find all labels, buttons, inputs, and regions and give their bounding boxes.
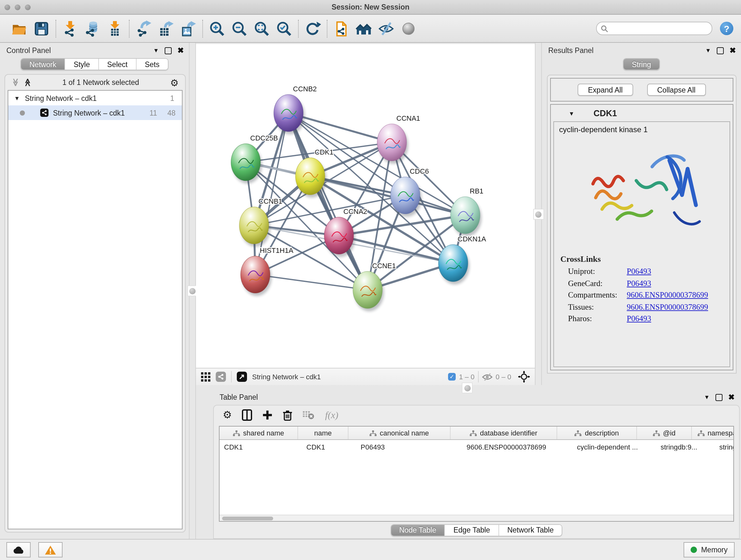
table-cell[interactable]: 9606.ENSP00000378699 (462, 443, 572, 451)
network-node-HIST1H1A[interactable]: HIST1H1A (241, 246, 293, 296)
fit-selected-crosshair-icon[interactable] (518, 371, 530, 382)
close-panel-icon[interactable]: ✖ (728, 393, 735, 401)
tab-string[interactable]: String (623, 59, 659, 70)
appearance-sphere-icon[interactable] (400, 20, 417, 37)
memory-button[interactable]: Memory (684, 542, 735, 557)
float-panel-icon[interactable] (717, 47, 724, 54)
crosslink-link[interactable]: P06493 (627, 267, 651, 276)
horizontal-splitter-handle[interactable] (462, 382, 473, 393)
cloud-status-button[interactable] (6, 542, 30, 557)
crosslink-link[interactable]: 9606.ENSP00000378699 (627, 291, 708, 300)
panel-menu-icon[interactable]: ▼ (705, 47, 711, 54)
network-node-CCNB2[interactable]: CCNB2 (274, 85, 317, 134)
network-row[interactable]: String Network – cdk1 11 48 (8, 105, 182, 120)
horizontal-splitter[interactable] (196, 385, 741, 389)
detach-view-icon[interactable] (237, 372, 247, 382)
network-type-icon[interactable] (216, 372, 226, 382)
right-splitter[interactable] (535, 43, 542, 385)
close-panel-icon[interactable]: ✖ (730, 47, 736, 54)
export-table-icon[interactable] (158, 20, 174, 37)
string-home-icon[interactable] (355, 20, 372, 37)
zoom-selected-icon[interactable] (276, 20, 292, 37)
tab-edge-table[interactable]: Edge Table (445, 524, 499, 536)
crosslink-link[interactable]: P06493 (627, 314, 651, 324)
table-cell[interactable]: P06493 (356, 443, 462, 451)
network-options-gear-icon[interactable]: ⚙ (170, 78, 179, 87)
expand-all-networks-icon[interactable]: ≪ (23, 78, 31, 86)
panel-menu-icon[interactable]: ▼ (704, 394, 710, 400)
crosslink-label: Pharos: (568, 314, 627, 324)
scrollbar-thumb[interactable] (222, 516, 273, 520)
export-network-icon[interactable] (135, 20, 152, 37)
import-database-icon[interactable] (84, 20, 101, 37)
float-panel-icon[interactable] (165, 47, 172, 54)
status-bar: Memory (0, 539, 741, 560)
zoom-fit-icon[interactable] (253, 20, 270, 37)
column-header[interactable]: database identifier (451, 427, 557, 439)
network-node-CDK1[interactable]: CDK1 (295, 148, 333, 198)
search-field[interactable] (596, 22, 712, 35)
left-splitter[interactable] (189, 43, 196, 539)
tab-select[interactable]: Select (99, 59, 137, 70)
close-panel-icon[interactable]: ✖ (178, 47, 184, 54)
column-header[interactable]: namespace (692, 427, 734, 439)
tab-network-table[interactable]: Network Table (499, 524, 562, 536)
expand-all-button[interactable]: Expand All (578, 84, 633, 96)
column-header[interactable]: name (298, 427, 348, 439)
selected-checkbox-icon[interactable]: ✓ (448, 373, 456, 381)
table-cell[interactable]: stringdb (715, 443, 734, 451)
hide-panel-eye-icon[interactable] (378, 20, 394, 37)
refresh-icon[interactable] (305, 20, 321, 37)
network-node-CDKN1A[interactable]: CDKN1A (439, 235, 486, 285)
export-image-icon[interactable] (180, 20, 197, 37)
network-node-CCNE1[interactable]: CCNE1 (353, 262, 396, 311)
right-splitter-handle[interactable] (533, 209, 544, 220)
network-from-file-icon[interactable] (333, 20, 350, 37)
table-cell[interactable]: stringdb:9... (656, 443, 715, 451)
float-panel-icon[interactable] (716, 394, 723, 401)
network-node-RB1[interactable]: RB1 (451, 187, 483, 237)
table-row[interactable]: CDK1CDK1P064939606.ENSP00000378699cyclin… (219, 440, 733, 454)
panel-menu-icon[interactable]: ▼ (153, 47, 159, 54)
node-label: RB1 (470, 187, 483, 195)
add-column-icon[interactable] (263, 410, 273, 420)
collection-expander-icon[interactable]: ▼ (8, 95, 20, 101)
network-canvas[interactable]: CCNB2CCNA1CDC25BCDK1CDC6RB1CCNB1CCNA2CDK… (196, 44, 535, 368)
warning-status-button[interactable] (38, 542, 63, 557)
delete-table-icon[interactable] (303, 411, 315, 420)
table-cell[interactable]: cyclin-dependent ... (572, 443, 656, 451)
column-header[interactable]: @id (637, 427, 692, 439)
birds-eye-grid-icon[interactable] (201, 372, 211, 381)
tab-style[interactable]: Style (65, 59, 99, 70)
crosslink-link[interactable]: P06493 (627, 279, 651, 288)
network-node-count: 11 (150, 109, 157, 117)
search-input[interactable] (611, 24, 708, 33)
delete-column-icon[interactable] (283, 410, 293, 421)
import-table-icon[interactable] (107, 20, 123, 37)
column-header[interactable]: description (557, 427, 637, 439)
network-collection-row[interactable]: ▼ String Network – cdk1 1 (8, 91, 182, 105)
node-label: CCNA2 (343, 207, 367, 215)
collapse-all-button[interactable]: Collapse All (647, 84, 705, 96)
table-options-gear-icon[interactable]: ⚙ (223, 410, 232, 420)
show-columns-icon[interactable] (242, 409, 253, 421)
crosslink-link[interactable]: 9606.ENSP00000378699 (627, 302, 708, 312)
network-node-CCNA1[interactable]: CCNA1 (377, 114, 420, 164)
column-header[interactable]: shared name (219, 427, 298, 439)
help-icon[interactable]: ? (720, 22, 733, 35)
function-builder-icon[interactable]: f(x) (325, 410, 339, 421)
zoom-in-icon[interactable] (209, 20, 225, 37)
tab-node-table[interactable]: Node Table (391, 524, 445, 536)
control-panel-tabs: Network Style Select Sets (20, 58, 169, 70)
tab-network[interactable]: Network (21, 59, 65, 70)
column-header[interactable]: canonical name (348, 427, 451, 439)
import-network-icon[interactable] (62, 20, 78, 37)
table-cell[interactable]: CDK1 (219, 443, 302, 451)
zoom-out-icon[interactable] (231, 20, 248, 37)
open-session-icon[interactable] (11, 20, 27, 37)
table-cell[interactable]: CDK1 (302, 443, 356, 451)
tab-sets[interactable]: Sets (137, 59, 168, 70)
collapse-all-networks-icon[interactable]: ≫ (12, 78, 19, 86)
save-session-icon[interactable] (33, 20, 50, 37)
protein-expander-icon[interactable]: ▼ (569, 110, 575, 117)
